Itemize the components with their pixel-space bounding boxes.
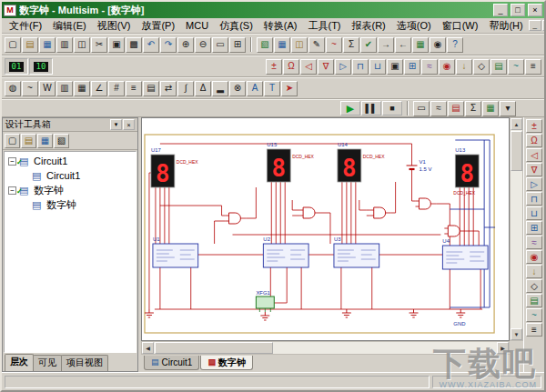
seven-segment-display[interactable]: 8 U13 DCD_HEX [453,147,479,196]
place-rf-button[interactable]: ~ [508,59,524,75]
back-annotate-button[interactable]: ← [395,37,411,53]
and-gate[interactable] [299,207,320,218]
print-preview-button[interactable]: ◫ [74,37,90,53]
counter-ic[interactable]: U3 [334,236,379,267]
panel-new-button[interactable]: ▢ [5,134,20,148]
vertical-scrollbar[interactable]: ▲ ▼ [510,117,523,341]
schematic-svg[interactable]: 8 U17 DCD_HEX 8 U15 DCD_HEX 8 [142,118,509,340]
document-tab[interactable]: ▤ Circuit1 [144,356,199,370]
rt-mixed-button[interactable]: ≈ [526,236,542,249]
rt-misc-button[interactable]: ◇ [526,279,542,293]
measurement-probe-button[interactable]: ➤ [281,81,298,96]
open-button[interactable]: ▤ [22,37,38,53]
logic-converter-button[interactable]: ⇄ [160,81,177,96]
place-transistor-button[interactable]: ∇ [318,59,334,75]
breadboard-button[interactable]: ▦ [482,101,499,116]
spectrum-analyzer-button[interactable]: ▂ [212,81,228,96]
seven-segment-display[interactable]: 8 U15 DCD_HEX [267,142,314,182]
agilent-instrument-button[interactable]: A [247,81,263,96]
menu-item[interactable]: 视图(V) [92,18,136,34]
postprocessor-button[interactable]: Σ [343,37,359,53]
rt-electromech-button[interactable]: ≡ [526,323,542,337]
panel-save-button[interactable]: ▦ [37,134,53,148]
red-wires[interactable] [149,144,482,309]
network-analyzer-button[interactable]: ⊗ [229,81,246,96]
place-diode-button[interactable]: ◁ [300,59,317,75]
panel-menu-button[interactable]: ▾ [110,119,122,130]
counter-ic[interactable]: U4 [442,238,488,269]
place-ttl-button[interactable]: ⊓ [352,59,369,75]
tektronix-scope-button[interactable]: T [264,81,280,96]
menu-item[interactable]: 窗口(W) [437,18,484,34]
rt-source-button[interactable]: ± [526,119,542,133]
vertical-scroll-thumb[interactable] [511,131,522,171]
menu-item[interactable]: 编辑(E) [47,18,92,34]
menu-item[interactable]: 文件(F) [4,18,47,34]
find-button[interactable]: ◉ [430,37,446,53]
stop-button[interactable]: ■ [382,101,402,116]
zoom-area-button[interactable]: ▭ [212,37,228,53]
rt-basic-button[interactable]: Ω [526,134,542,147]
spreadsheet-view-button[interactable]: ▦ [274,37,290,53]
zoom-out-button[interactable]: ⊖ [195,37,211,53]
oscilloscope-button[interactable]: ▥ [56,81,73,96]
component-wizard-button[interactable]: ✎ [308,37,325,53]
place-indicator-button[interactable]: ◉ [439,59,455,75]
place-basic-button[interactable]: Ω [283,59,299,75]
paste-button[interactable]: ▩ [126,37,142,53]
rt-peripheral-button[interactable]: ▤ [526,294,542,307]
grapher-button[interactable]: ~ [326,37,342,53]
digital-display-button-1[interactable]: 01 [5,58,28,75]
zoom-in-button[interactable]: ⊕ [177,37,194,53]
mdi-minimize-button[interactable]: _ [529,20,541,31]
ground-symbol[interactable] [410,309,419,317]
and-gate[interactable] [416,198,437,209]
panel-open-button[interactable]: ▤ [21,134,36,148]
seven-segment-display[interactable]: 8 U14 DCD_HEX [338,142,385,182]
cut-button[interactable]: ✂ [91,37,107,53]
rt-misc-digital-button[interactable]: ⊞ [526,221,542,235]
tree-root-label[interactable]: Circuit1 [34,156,67,166]
save-button[interactable]: ▦ [39,37,56,53]
and-gate[interactable] [226,213,247,224]
tree-root-circuit1[interactable]: − ▤✓ Circuit1 [5,154,136,168]
menu-item[interactable]: 仿真(S) [214,18,258,34]
rt-rf-button[interactable]: ~ [526,308,542,322]
menu-item[interactable]: 放置(P) [136,18,180,34]
ground-symbol[interactable] [342,309,351,317]
ground-symbol[interactable] [260,312,269,320]
rt-indicator-button[interactable]: ◉ [526,250,542,264]
maximize-button[interactable]: □ [511,4,525,16]
place-electromech-button[interactable]: ≡ [525,59,541,75]
counter-ic[interactable]: U2 [263,236,308,267]
distortion-analyzer-button[interactable]: Δ [195,81,211,96]
expander-icon[interactable]: − [8,186,16,195]
logic-analyzer-button[interactable]: ▤ [143,81,159,96]
menu-item[interactable]: 选项(O) [391,18,437,34]
design-toolbox-button[interactable]: ▧ [257,37,273,53]
place-cmos-button[interactable]: ⊔ [369,59,386,75]
function-generator-button[interactable]: ~ [22,81,38,96]
analyses-button[interactable]: ≈ [430,101,447,116]
zoom-fit-button[interactable]: ⊞ [229,37,246,53]
tree-item-clock[interactable]: ▤ 数字钟 [5,197,136,212]
place-mcu-button[interactable]: ▣ [387,59,403,75]
frequency-counter-button[interactable]: # [108,81,125,96]
place-power-button[interactable]: ↓ [456,59,472,75]
multimeter-button[interactable]: ◍ [5,81,21,96]
expander-icon[interactable]: − [8,157,16,166]
panel-tab[interactable]: 层次 [5,354,34,371]
ultiboard-button[interactable]: ▦ [412,37,429,53]
counter-ic[interactable]: U1 [153,236,198,267]
place-peripheral-button[interactable]: ▤ [490,59,507,75]
menu-item[interactable]: MCU [180,19,214,32]
postprocess-button[interactable]: Σ [465,101,481,116]
tree-root-clock[interactable]: − ▤✓ 数字钟 [5,183,136,197]
and-gate[interactable] [370,207,391,218]
document-tab[interactable]: ▤ 数字钟 [200,356,253,370]
pause-button[interactable]: ▌▌ [361,101,381,116]
and-gate[interactable] [444,226,465,236]
scroll-up-button[interactable]: ▲ [511,118,522,130]
help-button[interactable]: ? [447,37,463,53]
menu-item[interactable]: 报表(R) [347,18,391,34]
